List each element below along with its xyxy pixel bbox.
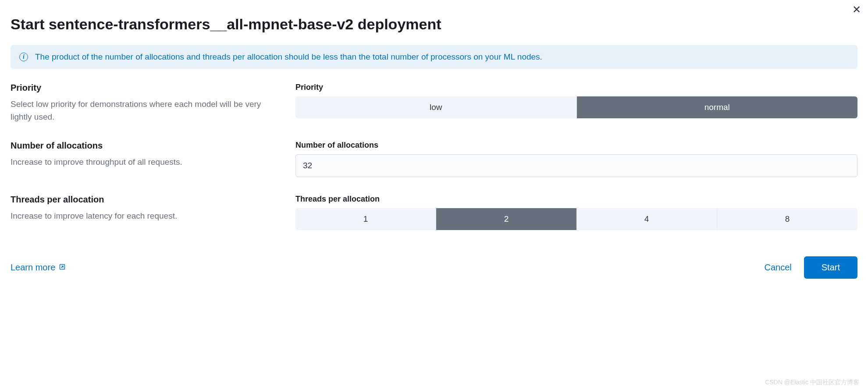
close-icon: ✕ xyxy=(852,4,861,15)
cancel-button[interactable]: Cancel xyxy=(764,262,791,273)
allocations-control: Number of allocations xyxy=(295,141,857,177)
learn-more-link[interactable]: Learn more xyxy=(11,262,66,273)
allocations-input[interactable] xyxy=(295,154,857,177)
priority-option-normal[interactable]: normal xyxy=(576,96,858,118)
close-button[interactable]: ✕ xyxy=(852,4,861,15)
priority-option-low[interactable]: low xyxy=(295,96,576,118)
priority-control: Priority low normal xyxy=(295,83,857,123)
threads-option-8[interactable]: 8 xyxy=(717,208,857,230)
allocations-description: Number of allocations Increase to improv… xyxy=(11,141,278,177)
priority-title: Priority xyxy=(11,83,278,93)
modal-title: Start sentence-transformers__all-mpnet-b… xyxy=(11,16,857,33)
priority-desc: Select low priority for demonstrations w… xyxy=(11,98,278,123)
priority-description: Priority Select low priority for demonst… xyxy=(11,83,278,123)
priority-row: Priority Select low priority for demonst… xyxy=(11,83,857,123)
threads-button-group: 1 2 4 8 xyxy=(295,208,857,230)
callout-text: The product of the number of allocations… xyxy=(35,52,542,62)
threads-field-label: Threads per allocation xyxy=(295,195,857,204)
threads-description: Threads per allocation Increase to impro… xyxy=(11,195,278,230)
external-link-icon xyxy=(59,262,66,273)
info-icon: i xyxy=(19,53,28,61)
modal-footer: Learn more Cancel Start xyxy=(11,256,857,279)
threads-row: Threads per allocation Increase to impro… xyxy=(11,195,857,230)
priority-field-label: Priority xyxy=(295,83,857,92)
threads-desc: Increase to improve latency for each req… xyxy=(11,210,278,223)
allocations-title: Number of allocations xyxy=(11,141,278,151)
learn-more-label: Learn more xyxy=(11,262,55,273)
threads-title: Threads per allocation xyxy=(11,195,278,205)
deployment-modal: ✕ Start sentence-transformers__all-mpnet… xyxy=(0,0,868,289)
priority-button-group: low normal xyxy=(295,96,857,118)
start-button[interactable]: Start xyxy=(804,256,857,279)
threads-option-2[interactable]: 2 xyxy=(436,208,576,230)
threads-control: Threads per allocation 1 2 4 8 xyxy=(295,195,857,230)
allocations-row: Number of allocations Increase to improv… xyxy=(11,141,857,177)
allocations-desc: Increase to improve throughput of all re… xyxy=(11,156,278,169)
footer-actions: Cancel Start xyxy=(764,256,857,279)
threads-option-4[interactable]: 4 xyxy=(576,208,717,230)
allocations-field-label: Number of allocations xyxy=(295,141,857,150)
info-callout: i The product of the number of allocatio… xyxy=(11,45,857,69)
threads-option-1[interactable]: 1 xyxy=(295,208,436,230)
